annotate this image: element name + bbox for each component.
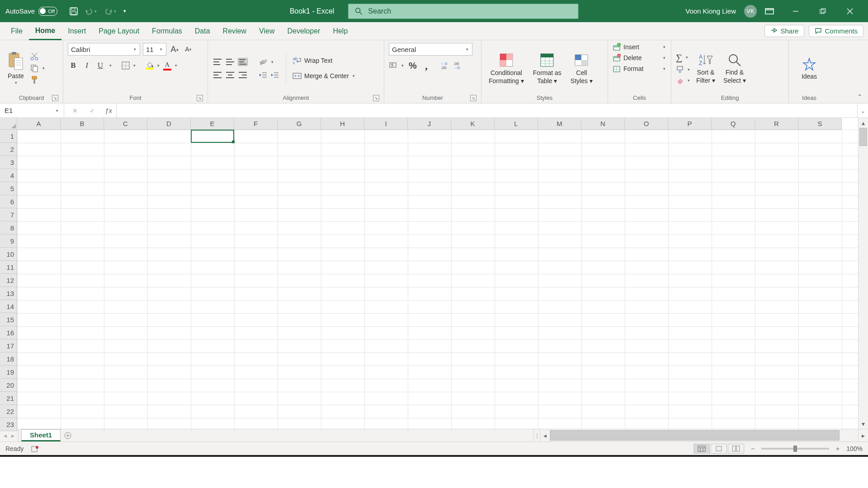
close-button[interactable] [836,0,863,22]
tab-view[interactable]: View [253,22,281,40]
decrease-decimal-button[interactable]: .00→0 [453,61,463,70]
accounting-format-button[interactable]: $ [389,61,398,70]
percent-button[interactable]: % [407,60,418,71]
comma-button[interactable]: , [421,60,432,71]
column-header[interactable]: L [495,118,538,129]
format-cells-button[interactable]: Format▾ [613,65,666,73]
wrap-text-button[interactable]: abc Wrap Text [292,56,333,65]
increase-decimal-button[interactable]: ←0.00 [441,61,451,70]
collapse-ribbon-button[interactable]: ⌃ [852,90,868,103]
row-header[interactable]: 13 [0,287,17,300]
row-header[interactable]: 18 [0,352,17,366]
select-all-button[interactable] [0,118,17,130]
ideas-button[interactable]: Ideas [799,56,820,81]
horizontal-scrollbar[interactable]: ⋮ ◂ ▸ [533,429,868,441]
column-header[interactable]: S [798,118,842,129]
column-header[interactable]: N [581,118,625,129]
row-header[interactable]: 9 [0,235,17,248]
font-size-combo[interactable]: 11▾ [143,43,166,56]
find-select-button[interactable]: Find &Select ▾ [721,52,749,85]
dialog-launcher-icon[interactable]: ↘ [197,95,203,101]
split-handle[interactable]: ⋮ [533,429,540,441]
number-format-combo[interactable]: General▾ [389,43,472,56]
cut-button[interactable] [30,52,39,61]
row-header[interactable]: 2 [0,143,17,156]
delete-cells-button[interactable]: ×Delete▾ [613,54,666,62]
tab-insert[interactable]: Insert [61,22,92,40]
autosave-control[interactable]: AutoSave Off [0,7,63,16]
share-button[interactable]: Share [764,25,804,37]
save-icon[interactable] [69,7,78,16]
scroll-up-button[interactable]: ▴ [859,118,868,128]
row-header[interactable]: 7 [0,208,17,221]
sheet-nav-next-button[interactable]: ▸ [11,432,14,439]
row-header[interactable]: 3 [0,156,17,169]
tab-page-layout[interactable]: Page Layout [92,22,146,40]
tab-formulas[interactable]: Formulas [146,22,189,40]
formula-input[interactable] [117,103,857,117]
row-header[interactable]: 16 [0,326,17,339]
autosum-button[interactable]: ∑▾ [676,52,689,63]
row-header[interactable]: 22 [0,405,17,418]
zoom-out-button[interactable]: − [749,445,757,452]
row-header[interactable]: 15 [0,313,17,326]
tab-home[interactable]: Home [29,22,61,40]
row-header[interactable]: 23 [0,418,17,431]
align-right-button[interactable] [238,71,248,79]
column-header[interactable]: B [61,118,104,129]
clear-button[interactable]: ▾ [676,76,691,84]
format-painter-button[interactable] [30,75,39,84]
column-header[interactable]: R [755,118,798,129]
font-name-combo[interactable]: Calibri▾ [68,43,140,56]
column-header[interactable]: P [668,118,712,129]
row-header[interactable]: 21 [0,392,17,405]
tab-help[interactable]: Help [326,22,354,40]
column-header[interactable]: F [234,118,278,129]
user-avatar[interactable]: VK [744,5,757,18]
macro-record-icon[interactable] [31,445,39,453]
align-top-button[interactable] [212,58,222,66]
sheet-nav-prev-button[interactable]: ◂ [4,432,7,439]
name-box[interactable]: E1▾ [0,103,64,117]
user-name[interactable]: Voon Kiong Liew [685,7,736,15]
dialog-launcher-icon[interactable]: ↘ [470,95,476,101]
dialog-launcher-icon[interactable]: ↘ [373,95,379,101]
align-middle-button[interactable] [225,58,235,66]
column-header[interactable]: D [147,118,191,129]
row-header[interactable]: 12 [0,274,17,287]
comments-button[interactable]: Comments [809,25,863,37]
column-header[interactable]: E [191,118,234,129]
row-header[interactable]: 10 [0,248,17,261]
column-header[interactable]: I [364,118,408,129]
cancel-formula-button[interactable]: ✕ [66,107,84,114]
expand-formula-bar-button[interactable]: ⌄ [857,103,868,117]
zoom-slider[interactable] [761,448,829,450]
row-header[interactable]: 17 [0,339,17,352]
orientation-button[interactable]: ab [259,57,268,66]
column-header[interactable]: M [538,118,581,129]
row-header[interactable]: 8 [0,221,17,235]
vertical-scroll-thumb[interactable] [859,128,867,146]
row-header[interactable]: 5 [0,182,17,195]
fill-color-button[interactable] [146,61,154,70]
new-sheet-button[interactable] [61,429,75,441]
row-header[interactable]: 11 [0,261,17,274]
column-header[interactable]: G [278,118,321,129]
fill-button[interactable]: ▾ [676,66,691,74]
paste-button[interactable]: Paste ▾ [5,51,27,86]
row-header[interactable]: 14 [0,300,17,313]
copy-button[interactable]: ▾ [30,64,46,73]
scroll-down-button[interactable]: ▾ [859,419,868,429]
row-header[interactable]: 20 [0,379,17,392]
cells-area[interactable] [17,130,858,431]
align-left-button[interactable] [212,71,222,79]
decrease-font-button[interactable]: A▾ [183,44,193,55]
decrease-indent-button[interactable] [259,71,268,79]
customize-qat-button[interactable]: ▾ [123,8,126,14]
increase-indent-button[interactable] [270,71,279,79]
cell-styles-button[interactable]: CellStyles ▾ [568,51,595,85]
zoom-level[interactable]: 100% [846,445,863,452]
sheet-tab-active[interactable]: Sheet1 [21,429,61,441]
conditional-formatting-button[interactable]: ConditionalFormatting ▾ [486,51,527,85]
scroll-left-button[interactable]: ◂ [540,429,550,441]
